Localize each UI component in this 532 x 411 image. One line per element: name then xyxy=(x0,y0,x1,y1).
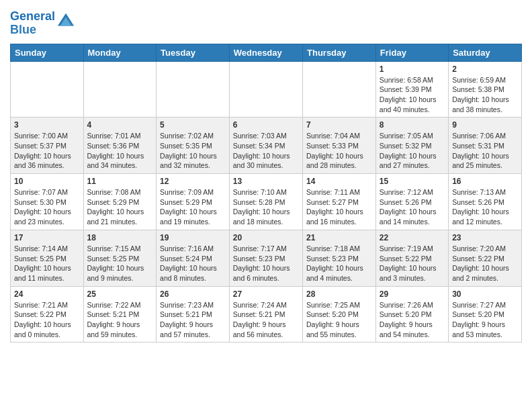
cell-line: Daylight: 10 hours and 16 minutes. xyxy=(306,208,363,226)
day-number: 21 xyxy=(306,233,372,242)
day-number: 29 xyxy=(380,289,445,299)
weekday-header: Thursday xyxy=(303,44,376,61)
day-number: 25 xyxy=(87,289,153,299)
cell-line: Sunrise: 7:10 AM xyxy=(233,188,287,196)
calendar-cell: 12Sunrise: 7:09 AMSunset: 5:29 PMDayligh… xyxy=(157,174,230,230)
cell-line: Sunset: 5:29 PM xyxy=(160,198,212,206)
cell-line: Sunset: 5:21 PM xyxy=(233,310,285,318)
day-number: 10 xyxy=(14,177,80,186)
cell-line: Sunset: 5:26 PM xyxy=(380,198,432,206)
cell-line: Sunset: 5:39 PM xyxy=(380,85,432,93)
day-number: 4 xyxy=(87,120,153,130)
cell-content: Sunrise: 7:08 AMSunset: 5:29 PMDaylight:… xyxy=(87,187,153,227)
day-number: 8 xyxy=(380,120,445,130)
day-number: 11 xyxy=(87,177,153,186)
cell-line: Sunset: 5:38 PM xyxy=(452,85,504,93)
calendar-week-row: 10Sunrise: 7:07 AMSunset: 5:30 PMDayligh… xyxy=(11,174,522,230)
cell-line: Sunset: 5:27 PM xyxy=(306,198,359,206)
logo: General Blue xyxy=(10,10,75,37)
cell-line: Daylight: 10 hours and 18 minutes. xyxy=(233,208,290,226)
day-number: 19 xyxy=(160,233,226,242)
calendar-cell: 14Sunrise: 7:11 AMSunset: 5:27 PMDayligh… xyxy=(303,174,376,230)
cell-line: Sunset: 5:21 PM xyxy=(87,310,140,318)
cell-line: Sunrise: 7:12 AM xyxy=(380,188,433,196)
calendar-cell: 13Sunrise: 7:10 AMSunset: 5:28 PMDayligh… xyxy=(229,174,302,230)
calendar-cell: 1Sunrise: 6:58 AMSunset: 5:39 PMDaylight… xyxy=(375,61,448,118)
cell-line: Sunrise: 7:16 AM xyxy=(160,244,214,253)
cell-content: Sunrise: 7:15 AMSunset: 5:25 PMDaylight:… xyxy=(87,244,153,283)
day-number: 22 xyxy=(380,233,445,242)
cell-content: Sunrise: 7:25 AMSunset: 5:20 PMDaylight:… xyxy=(306,300,372,340)
cell-line: Daylight: 10 hours and 28 minutes. xyxy=(306,152,363,170)
cell-line: Daylight: 10 hours and 34 minutes. xyxy=(87,152,144,170)
cell-line: Daylight: 9 hours and 57 minutes. xyxy=(160,320,213,338)
cell-content: Sunrise: 7:09 AMSunset: 5:29 PMDaylight:… xyxy=(160,187,226,227)
calendar-cell: 24Sunrise: 7:21 AMSunset: 5:22 PMDayligh… xyxy=(11,286,84,342)
calendar-cell: 8Sunrise: 7:05 AMSunset: 5:32 PMDaylight… xyxy=(375,118,448,174)
cell-line: Sunset: 5:33 PM xyxy=(306,142,359,150)
cell-content: Sunrise: 7:07 AMSunset: 5:30 PMDaylight:… xyxy=(14,187,80,227)
day-number: 27 xyxy=(233,289,299,299)
cell-line: Daylight: 10 hours and 9 minutes. xyxy=(87,264,144,282)
cell-line: Daylight: 10 hours and 25 minutes. xyxy=(452,152,509,170)
cell-line: Daylight: 10 hours and 36 minutes. xyxy=(14,152,71,170)
page: General Blue SundayMondayTuesdayWednesda… xyxy=(0,0,532,353)
cell-content: Sunrise: 7:00 AMSunset: 5:37 PMDaylight:… xyxy=(14,131,80,171)
cell-line: Sunrise: 7:20 AM xyxy=(452,244,506,253)
calendar-cell: 29Sunrise: 7:26 AMSunset: 5:20 PMDayligh… xyxy=(375,286,448,342)
calendar-cell: 16Sunrise: 7:13 AMSunset: 5:26 PMDayligh… xyxy=(449,174,522,230)
logo-icon xyxy=(56,12,75,31)
cell-line: Sunset: 5:28 PM xyxy=(233,198,285,206)
cell-line: Sunrise: 6:58 AM xyxy=(380,76,433,84)
calendar-cell xyxy=(157,61,230,118)
cell-line: Sunset: 5:20 PM xyxy=(306,310,359,318)
cell-content: Sunrise: 7:17 AMSunset: 5:23 PMDaylight:… xyxy=(233,244,299,283)
day-number: 7 xyxy=(306,120,372,130)
calendar-cell xyxy=(229,61,302,118)
cell-line: Daylight: 10 hours and 4 minutes. xyxy=(306,264,363,282)
cell-line: Daylight: 10 hours and 0 minutes. xyxy=(14,320,71,338)
weekday-header: Wednesday xyxy=(229,44,302,61)
calendar-cell: 17Sunrise: 7:14 AMSunset: 5:25 PMDayligh… xyxy=(11,230,84,286)
cell-line: Daylight: 10 hours and 27 minutes. xyxy=(380,152,437,170)
calendar-cell: 7Sunrise: 7:04 AMSunset: 5:33 PMDaylight… xyxy=(303,118,376,174)
cell-line: Daylight: 10 hours and 6 minutes. xyxy=(233,264,290,282)
calendar-week-row: 3Sunrise: 7:00 AMSunset: 5:37 PMDaylight… xyxy=(11,118,522,174)
cell-content: Sunrise: 7:02 AMSunset: 5:35 PMDaylight:… xyxy=(160,131,226,171)
cell-line: Sunrise: 7:04 AM xyxy=(306,132,360,140)
cell-line: Daylight: 10 hours and 11 minutes. xyxy=(14,264,71,282)
cell-content: Sunrise: 7:26 AMSunset: 5:20 PMDaylight:… xyxy=(380,300,445,340)
cell-line: Sunrise: 7:11 AM xyxy=(306,188,360,196)
cell-line: Sunrise: 7:14 AM xyxy=(14,244,68,253)
cell-line: Sunrise: 7:02 AM xyxy=(160,132,214,140)
cell-line: Sunset: 5:25 PM xyxy=(14,255,66,263)
day-number: 23 xyxy=(452,233,518,242)
cell-line: Sunrise: 7:07 AM xyxy=(14,188,68,196)
calendar-cell: 2Sunrise: 6:59 AMSunset: 5:38 PMDaylight… xyxy=(449,61,522,118)
cell-line: Daylight: 10 hours and 40 minutes. xyxy=(380,95,437,113)
cell-line: Daylight: 10 hours and 3 minutes. xyxy=(380,264,437,282)
cell-line: Sunset: 5:24 PM xyxy=(160,255,212,263)
calendar-cell: 6Sunrise: 7:03 AMSunset: 5:34 PMDaylight… xyxy=(229,118,302,174)
cell-line: Sunset: 5:35 PM xyxy=(160,142,212,150)
weekday-header: Saturday xyxy=(449,44,522,61)
cell-line: Sunset: 5:32 PM xyxy=(380,142,432,150)
cell-line: Daylight: 9 hours and 54 minutes. xyxy=(380,320,433,338)
cell-content: Sunrise: 7:06 AMSunset: 5:31 PMDaylight:… xyxy=(452,131,518,171)
day-number: 26 xyxy=(160,289,226,299)
cell-content: Sunrise: 7:27 AMSunset: 5:20 PMDaylight:… xyxy=(452,300,518,340)
cell-line: Sunset: 5:22 PM xyxy=(14,310,66,318)
cell-content: Sunrise: 7:14 AMSunset: 5:25 PMDaylight:… xyxy=(14,244,80,283)
cell-line: Daylight: 10 hours and 12 minutes. xyxy=(452,208,509,226)
cell-line: Daylight: 9 hours and 53 minutes. xyxy=(452,320,505,338)
calendar-header-row: SundayMondayTuesdayWednesdayThursdayFrid… xyxy=(11,44,522,61)
calendar-cell xyxy=(83,61,157,118)
cell-line: Daylight: 10 hours and 19 minutes. xyxy=(160,208,217,226)
cell-line: Sunset: 5:23 PM xyxy=(306,255,359,263)
calendar-cell: 18Sunrise: 7:15 AMSunset: 5:25 PMDayligh… xyxy=(83,230,157,286)
cell-line: Daylight: 9 hours and 59 minutes. xyxy=(87,320,140,338)
calendar-cell: 30Sunrise: 7:27 AMSunset: 5:20 PMDayligh… xyxy=(449,286,522,342)
cell-line: Sunset: 5:37 PM xyxy=(14,142,66,150)
cell-content: Sunrise: 7:21 AMSunset: 5:22 PMDaylight:… xyxy=(14,300,80,340)
cell-content: Sunrise: 7:18 AMSunset: 5:23 PMDaylight:… xyxy=(306,244,372,283)
